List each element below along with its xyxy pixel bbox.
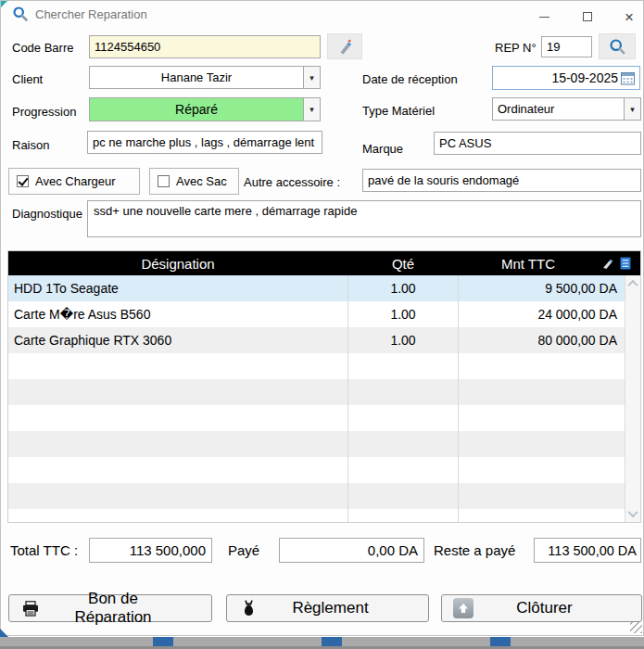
diagnostique-label: Diagnostique bbox=[12, 207, 82, 221]
cell-mnt-ttc bbox=[459, 483, 625, 509]
cell-qte bbox=[347, 431, 459, 457]
marque-input[interactable]: PC ASUS bbox=[434, 132, 641, 155]
printer-icon bbox=[9, 601, 52, 617]
rep-search-button[interactable] bbox=[599, 33, 636, 59]
code-barre-label: Code Barre bbox=[12, 41, 73, 55]
cell-mnt-ttc: 24 000,00 DA bbox=[459, 301, 625, 327]
calendar-icon[interactable] bbox=[621, 71, 635, 85]
taskbar-segment bbox=[490, 637, 511, 646]
pen-icon[interactable] bbox=[601, 251, 614, 275]
client-combobox[interactable]: Hanane Tazir ▾ bbox=[89, 66, 321, 89]
date-reception-input[interactable]: 15-09-2025 bbox=[492, 66, 640, 90]
header-qte[interactable]: Qté bbox=[347, 251, 459, 275]
total-ttc-field[interactable]: 113 500,000 bbox=[89, 538, 212, 563]
table-row[interactable] bbox=[8, 405, 625, 431]
titlebar: Chercher Reparation × bbox=[1, 1, 643, 27]
avec-chargeur-group[interactable]: Avec Chargeur bbox=[8, 168, 140, 195]
edit-pen-button[interactable] bbox=[327, 33, 362, 59]
cell-qte bbox=[347, 509, 459, 522]
cell-mnt-ttc bbox=[459, 431, 625, 457]
total-ttc-label: Total TTC : bbox=[10, 542, 78, 558]
search-icon bbox=[608, 37, 626, 56]
cloturer-button[interactable]: Clôturer bbox=[441, 594, 642, 622]
table-header: Désignation Qté Mnt TTC bbox=[8, 251, 640, 275]
cell-designation: HDD 1To Seagate bbox=[8, 275, 347, 301]
table-row[interactable]: Carte Graphique RTX 3060 1.00 80 000,00 … bbox=[8, 327, 625, 353]
cell-designation bbox=[8, 509, 347, 522]
raison-input[interactable]: pc ne marche plus , lags , démarrage len… bbox=[87, 131, 322, 154]
close-button[interactable]: × bbox=[613, 5, 644, 29]
scroll-up-button[interactable] bbox=[625, 275, 640, 291]
cell-qte bbox=[347, 483, 459, 509]
cell-mnt-ttc bbox=[459, 457, 625, 483]
progression-value: Réparé bbox=[90, 98, 303, 121]
cell-designation: Carte M�re Asus B560 bbox=[8, 301, 347, 327]
table-row[interactable]: HDD 1To Seagate 1.00 9 500,00 DA bbox=[8, 275, 625, 301]
cell-qte: 1.00 bbox=[347, 275, 459, 301]
cell-qte: 1.00 bbox=[347, 301, 459, 327]
progression-combobox[interactable]: Réparé ▾ bbox=[89, 97, 321, 121]
scroll-down-button[interactable] bbox=[625, 505, 640, 521]
autre-accessoire-input[interactable]: pavé de la souris endomagé bbox=[362, 169, 641, 192]
chevron-up-icon bbox=[627, 279, 638, 289]
cell-qte bbox=[347, 353, 459, 379]
cell-mnt-ttc bbox=[459, 379, 625, 405]
chevron-down-icon[interactable]: ▾ bbox=[303, 98, 320, 121]
minimize-icon bbox=[539, 17, 549, 18]
code-barre-input[interactable]: 1124554650 bbox=[89, 35, 321, 58]
table-row[interactable] bbox=[8, 353, 625, 379]
table-row[interactable] bbox=[8, 509, 625, 522]
background-artifact bbox=[0, 629, 8, 637]
table-row[interactable] bbox=[8, 379, 625, 405]
cell-mnt-ttc bbox=[459, 405, 625, 431]
cell-designation: Carte Graphique RTX 3060 bbox=[8, 327, 347, 353]
header-designation[interactable]: Désignation bbox=[8, 251, 347, 275]
close-icon: × bbox=[625, 9, 634, 25]
maximize-button[interactable] bbox=[572, 5, 603, 29]
paye-field[interactable]: 0,00 DA bbox=[279, 538, 424, 563]
cell-mnt-ttc bbox=[459, 353, 625, 379]
avec-sac-group[interactable]: Avec Sac bbox=[149, 168, 239, 195]
cell-qte bbox=[347, 457, 459, 483]
rep-n-label: REP N° bbox=[495, 41, 537, 55]
window-title: Chercher Reparation bbox=[35, 7, 147, 21]
chevron-down-icon[interactable]: ▾ bbox=[624, 98, 640, 120]
progression-label: Progression bbox=[12, 105, 76, 119]
rep-n-input[interactable]: 19 bbox=[541, 36, 592, 57]
raison-label: Raison bbox=[12, 138, 49, 152]
reglement-label: Règlement bbox=[270, 599, 428, 617]
cell-mnt-ttc: 80 000,00 DA bbox=[459, 327, 625, 353]
reste-a-paye-label: Reste a payé bbox=[434, 542, 515, 558]
type-materiel-combobox[interactable]: Ordinateur ▾ bbox=[492, 97, 641, 121]
cell-designation bbox=[8, 405, 347, 431]
table-row[interactable] bbox=[8, 457, 625, 483]
cloturer-label: Clôturer bbox=[485, 599, 641, 617]
cell-mnt-ttc: 9 500,00 DA bbox=[459, 275, 625, 301]
table-row[interactable]: Carte M�re Asus B560 1.00 24 000,00 DA bbox=[8, 301, 625, 327]
date-reception-value: 15-09-2025 bbox=[551, 70, 618, 85]
edit-pen-icon bbox=[335, 37, 354, 56]
filter-list-icon[interactable] bbox=[620, 251, 631, 275]
minimize-button[interactable] bbox=[528, 5, 560, 29]
table-row[interactable] bbox=[8, 483, 625, 509]
avec-sac-label: Avec Sac bbox=[176, 174, 227, 188]
type-materiel-label: Type Matériel bbox=[362, 104, 435, 118]
cell-mnt-ttc bbox=[459, 509, 625, 522]
table-row[interactable] bbox=[8, 431, 625, 457]
diagnostique-textarea[interactable]: ssd+ une nouvelle carte mere , démarrage… bbox=[87, 200, 641, 237]
resize-grip[interactable] bbox=[630, 622, 642, 633]
cell-qte bbox=[347, 379, 459, 405]
header-mnt-ttc[interactable]: Mnt TTC bbox=[459, 251, 598, 275]
avec-chargeur-checkbox[interactable] bbox=[17, 175, 29, 187]
avec-chargeur-label: Avec Chargeur bbox=[35, 174, 115, 188]
vertical-scrollbar[interactable] bbox=[625, 275, 640, 522]
reste-a-paye-field[interactable]: 113 500,00 DA bbox=[534, 538, 641, 563]
chercher-reparation-window: Chercher Reparation × Code Barre 1124554… bbox=[0, 0, 644, 649]
reglement-button[interactable]: Règlement bbox=[226, 594, 429, 622]
cell-qte: 1.00 bbox=[347, 327, 459, 353]
cell-designation bbox=[8, 483, 347, 509]
chevron-down-icon[interactable]: ▾ bbox=[303, 67, 320, 88]
bon-de-reparation-button[interactable]: Bon de Réparation bbox=[8, 594, 212, 622]
avec-sac-checkbox[interactable] bbox=[158, 175, 170, 187]
arrow-up-icon bbox=[442, 598, 485, 618]
